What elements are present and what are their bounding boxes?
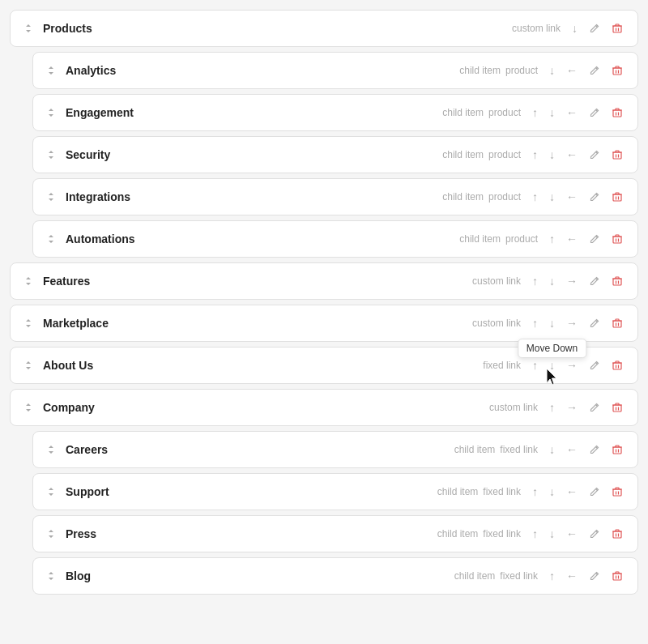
move-down-button[interactable]: ↓: [546, 527, 558, 541]
move-down-button[interactable]: ↓: [546, 63, 558, 78]
move-up-button[interactable]: ↑: [546, 569, 558, 583]
delete-button[interactable]: [608, 400, 626, 415]
nav-item-press: Presschild itemfixed link↑↓←: [32, 515, 638, 552]
move-left-button[interactable]: ←: [563, 190, 581, 204]
tag-fixed-link: fixed link: [500, 570, 538, 582]
move-right-button[interactable]: →: [563, 358, 581, 373]
drag-handle-icon[interactable]: [45, 485, 58, 498]
move-right-button[interactable]: →: [563, 400, 581, 415]
move-right-button[interactable]: →: [563, 274, 581, 288]
item-name-press: Press: [66, 527, 437, 540]
item-actions-marketplace: ↑↓Move Down→: [529, 316, 626, 331]
drag-handle-icon[interactable]: [45, 190, 58, 203]
move-down-button[interactable]: ↓: [546, 105, 558, 120]
move-up-button[interactable]: ↑: [529, 190, 541, 204]
delete-button[interactable]: [608, 63, 626, 78]
move-down-button[interactable]: ↓: [569, 21, 581, 36]
move-left-button[interactable]: ←: [563, 232, 581, 246]
delete-button[interactable]: [608, 21, 626, 36]
edit-button[interactable]: [586, 527, 603, 541]
edit-button[interactable]: [586, 21, 603, 36]
edit-button[interactable]: [586, 358, 603, 373]
edit-button[interactable]: [586, 274, 603, 288]
delete-button[interactable]: [608, 105, 626, 120]
move-up-button[interactable]: ↑: [546, 232, 558, 246]
delete-button[interactable]: [608, 274, 626, 288]
edit-button[interactable]: [586, 400, 603, 415]
move-down-button[interactable]: ↓: [546, 316, 558, 331]
item-name-about-us: About Us: [43, 359, 483, 372]
move-left-button[interactable]: ←: [563, 569, 581, 583]
delete-button[interactable]: [608, 358, 626, 373]
drag-handle-icon[interactable]: [22, 317, 35, 330]
drag-handle-icon[interactable]: [45, 64, 58, 77]
drag-handle-icon[interactable]: [45, 106, 58, 119]
edit-button[interactable]: [586, 442, 603, 457]
edit-button[interactable]: [586, 63, 603, 78]
drag-handle-icon[interactable]: [22, 359, 35, 372]
move-left-button[interactable]: ←: [563, 484, 581, 499]
move-up-button[interactable]: ↑: [529, 147, 541, 162]
drag-handle-icon[interactable]: [45, 148, 58, 161]
delete-button[interactable]: [608, 442, 626, 457]
delete-button[interactable]: [608, 527, 626, 541]
tag-custom-link: custom link: [512, 23, 561, 34]
move-up-button[interactable]: ↑: [529, 274, 541, 288]
svg-rect-3: [613, 152, 621, 159]
move-left-button[interactable]: ←: [563, 63, 581, 78]
drag-handle-icon[interactable]: [45, 232, 58, 245]
drag-handle-icon[interactable]: [45, 527, 58, 540]
move-down-button[interactable]: ↓: [546, 190, 558, 204]
move-up-button[interactable]: ↑: [529, 358, 541, 373]
item-actions-press: ↑↓←: [529, 527, 626, 541]
edit-button[interactable]: [586, 190, 603, 204]
move-down-button[interactable]: ↓: [546, 484, 558, 499]
delete-button[interactable]: [608, 569, 626, 583]
svg-rect-2: [613, 110, 621, 117]
delete-button[interactable]: [608, 147, 626, 162]
delete-button[interactable]: [608, 484, 626, 499]
edit-button[interactable]: [586, 105, 603, 120]
move-up-button[interactable]: ↑: [529, 527, 541, 541]
move-down-button[interactable]: ↓: [546, 274, 558, 288]
item-actions-products: ↓: [569, 21, 626, 36]
edit-button[interactable]: [586, 147, 603, 162]
move-down-button[interactable]: ↓: [546, 147, 558, 162]
item-name-support: Support: [66, 485, 437, 498]
item-name-engagement: Engagement: [66, 106, 442, 119]
svg-rect-6: [613, 279, 621, 285]
move-up-button[interactable]: ↑: [529, 316, 541, 331]
tag-child-item: child item: [459, 233, 501, 245]
delete-button[interactable]: [608, 316, 626, 331]
move-up-button[interactable]: ↑: [546, 400, 558, 415]
move-left-button[interactable]: ←: [563, 105, 581, 120]
move-up-button[interactable]: ↑: [529, 484, 541, 499]
drag-handle-icon[interactable]: [22, 22, 35, 35]
move-left-button[interactable]: ←: [563, 147, 581, 162]
edit-button[interactable]: [586, 569, 603, 583]
item-name-security: Security: [66, 148, 442, 161]
move-left-button[interactable]: ←: [563, 527, 581, 541]
item-actions-support: ↑↓←: [529, 484, 626, 499]
move-left-button[interactable]: ←: [563, 442, 581, 457]
drag-handle-icon[interactable]: [22, 275, 35, 288]
drag-handle-icon[interactable]: [22, 401, 35, 414]
nav-list: Productscustom link↓ Analyticschild item…: [10, 10, 638, 595]
delete-button[interactable]: [608, 190, 626, 204]
move-up-button[interactable]: ↑: [529, 105, 541, 120]
nav-item-company: Companycustom link↑→: [10, 389, 638, 426]
drag-handle-icon[interactable]: [45, 443, 58, 456]
svg-rect-9: [613, 405, 621, 412]
move-right-button[interactable]: →: [563, 316, 581, 331]
item-tags-blog: child itemfixed link: [454, 570, 538, 582]
drag-handle-icon[interactable]: [45, 569, 58, 582]
edit-button[interactable]: [586, 232, 603, 246]
nav-item-features: Featurescustom link↑↓→: [10, 262, 638, 300]
move-down-button[interactable]: ↓: [546, 358, 558, 373]
delete-button[interactable]: [608, 232, 626, 246]
edit-button[interactable]: [586, 484, 603, 499]
tag-child-item: child item: [459, 65, 501, 76]
edit-button[interactable]: [586, 316, 603, 331]
nav-item-products: Productscustom link↓: [10, 10, 638, 47]
move-down-button[interactable]: ↓: [546, 442, 558, 457]
